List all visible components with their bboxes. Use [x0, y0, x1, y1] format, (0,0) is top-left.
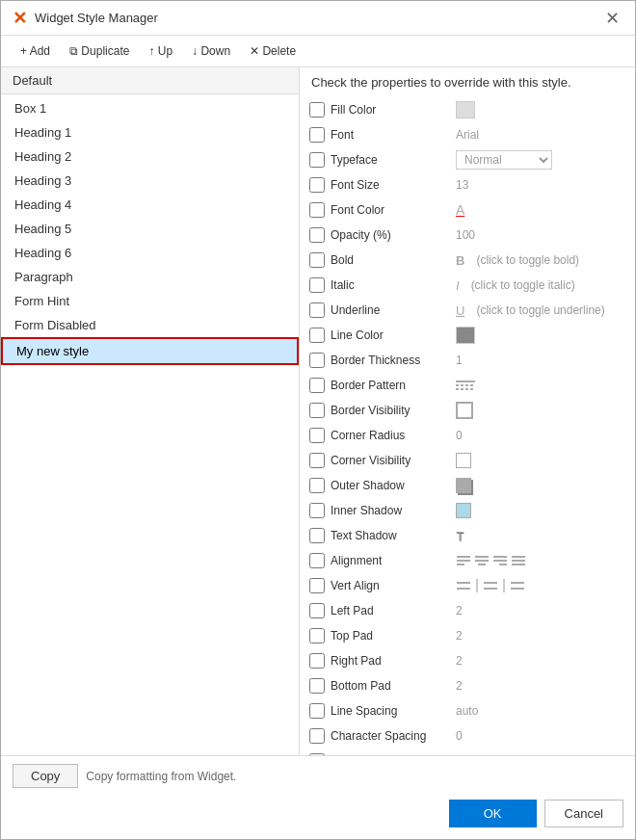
border-thickness-row: Border Thickness 1 — [300, 348, 635, 373]
underline-hint: (click to toggle underline) — [476, 303, 604, 317]
delete-button[interactable]: ✕ Delete — [242, 41, 304, 61]
duplicate-button[interactable]: ⧉ Duplicate — [62, 41, 137, 61]
alignment-value — [456, 554, 625, 567]
left-pad-checkbox[interactable] — [309, 603, 325, 618]
style-item-heading1[interactable]: Heading 1 — [1, 120, 299, 144]
main-content: Default Box 1 Heading 1 Heading 2 Headin… — [1, 67, 635, 755]
character-spacing-checkbox[interactable] — [309, 728, 325, 744]
window-title: Widget Style Manager — [35, 11, 158, 25]
underline-checkbox[interactable] — [309, 302, 325, 318]
font-size-value: 13 — [456, 178, 625, 192]
typeface-label: Typeface — [331, 153, 456, 167]
character-spacing-value: 0 — [456, 729, 625, 743]
bottom-pad-checkbox[interactable] — [309, 678, 325, 694]
corner-radius-label: Corner Radius — [331, 429, 456, 442]
italic-icon: I — [456, 278, 460, 293]
opacity-label: Opacity (%) — [331, 228, 456, 242]
align-justify-icon[interactable] — [511, 554, 526, 567]
font-color-icon: A — [456, 202, 464, 218]
style-item-mynewstyle[interactable]: My new style — [1, 337, 299, 365]
add-button[interactable]: + Add — [13, 41, 58, 61]
outer-shadow-icon — [456, 478, 471, 493]
cancel-button[interactable]: Cancel — [544, 800, 623, 827]
border-thickness-checkbox[interactable] — [309, 353, 325, 368]
border-visibility-checkbox[interactable] — [309, 403, 325, 418]
border-thickness-number: 1 — [456, 354, 494, 367]
typeface-checkbox[interactable] — [309, 152, 325, 168]
bold-checkbox[interactable] — [309, 252, 325, 268]
vert-align-checkbox[interactable] — [309, 578, 325, 593]
alignment-row: Alignment — [300, 548, 635, 573]
style-item-formhint[interactable]: Form Hint — [1, 289, 299, 313]
fill-color-label: Fill Color — [331, 103, 456, 117]
vert-align-row: Vert Align — [300, 573, 635, 598]
line-spacing-checkbox[interactable] — [309, 703, 325, 719]
corner-visibility-label: Corner Visibility — [331, 454, 456, 467]
align-left-icon[interactable] — [456, 554, 471, 567]
font-checkbox[interactable] — [309, 127, 325, 143]
left-panel: Default Box 1 Heading 1 Heading 2 Headin… — [1, 67, 300, 755]
corner-visibility-checkbox[interactable] — [309, 453, 325, 468]
style-item-heading5[interactable]: Heading 5 — [1, 217, 299, 241]
style-item-formdisabled[interactable]: Form Disabled — [1, 313, 299, 337]
style-item-heading3[interactable]: Heading 3 — [1, 169, 299, 193]
font-color-label: Font Color — [331, 203, 456, 217]
text-shadow-label: Text Shadow — [331, 529, 456, 542]
up-button[interactable]: ↑ Up — [141, 41, 180, 61]
bold-hint: (click to toggle bold) — [476, 253, 579, 267]
vert-align-bottom-icon[interactable] — [510, 579, 525, 592]
alignment-checkbox[interactable] — [309, 553, 325, 568]
font-size-row: Font Size 13 — [300, 172, 635, 197]
style-list: Box 1 Heading 1 Heading 2 Heading 3 Head… — [1, 94, 299, 755]
left-pad-row: Left Pad 2 — [300, 598, 635, 623]
align-center-icon[interactable] — [474, 554, 490, 567]
font-color-checkbox[interactable] — [309, 202, 325, 218]
underline-value: U (click to toggle underline) — [456, 303, 625, 318]
text-shadow-row: Text Shadow T — [300, 523, 635, 548]
underline-row: Underline U (click to toggle underline) — [300, 298, 635, 323]
properties-area: Fill Color Font Arial Typeface — [300, 93, 635, 755]
font-size-label: Font Size — [331, 178, 456, 192]
right-header: Check the properties to override with th… — [300, 67, 635, 93]
typeface-select[interactable]: Normal — [456, 150, 552, 170]
corner-radius-checkbox[interactable] — [309, 428, 325, 443]
app-icon: ✕ — [13, 8, 27, 29]
top-pad-checkbox[interactable] — [309, 628, 325, 643]
fill-color-checkbox[interactable] — [309, 102, 325, 118]
copy-button[interactable]: Copy — [13, 764, 78, 788]
character-spacing-label: Character Spacing — [331, 729, 456, 743]
border-pattern-icon — [456, 381, 475, 390]
font-size-number: 13 — [456, 178, 494, 192]
fill-color-swatch[interactable] — [456, 101, 475, 118]
font-color-value: A — [456, 202, 625, 218]
vert-align-top-icon[interactable] — [456, 579, 471, 592]
vert-align-separator — [476, 579, 478, 592]
vert-align-mid-icon[interactable] — [483, 579, 498, 592]
right-pad-checkbox[interactable] — [309, 653, 325, 669]
style-item-paragraph[interactable]: Paragraph — [1, 265, 299, 289]
corner-visibility-value — [456, 453, 625, 468]
italic-checkbox[interactable] — [309, 277, 325, 293]
style-item-heading6[interactable]: Heading 6 — [1, 241, 299, 265]
outer-shadow-checkbox[interactable] — [309, 478, 325, 493]
text-shadow-checkbox[interactable] — [309, 528, 325, 543]
style-item-box1[interactable]: Box 1 — [1, 96, 299, 120]
vert-align-separator2 — [503, 579, 505, 592]
style-item-heading2[interactable]: Heading 2 — [1, 144, 299, 169]
border-pattern-checkbox[interactable] — [309, 378, 325, 393]
font-size-checkbox[interactable] — [309, 177, 325, 193]
opacity-checkbox[interactable] — [309, 227, 325, 243]
inner-shadow-checkbox[interactable] — [309, 503, 325, 518]
align-right-icon[interactable] — [492, 554, 508, 567]
line-color-value — [456, 327, 625, 344]
fill-color-row: Fill Color — [300, 97, 635, 122]
close-button[interactable]: ✕ — [601, 10, 623, 27]
title-bar-left: ✕ Widget Style Manager — [13, 8, 158, 29]
bold-icon: B — [456, 253, 464, 268]
line-color-swatch[interactable] — [456, 327, 475, 344]
ok-button[interactable]: OK — [449, 800, 537, 827]
down-button[interactable]: ↓ Down — [184, 41, 238, 61]
line-color-checkbox[interactable] — [309, 328, 325, 343]
bottom-pad-number: 2 — [456, 679, 494, 693]
style-item-heading4[interactable]: Heading 4 — [1, 193, 299, 217]
